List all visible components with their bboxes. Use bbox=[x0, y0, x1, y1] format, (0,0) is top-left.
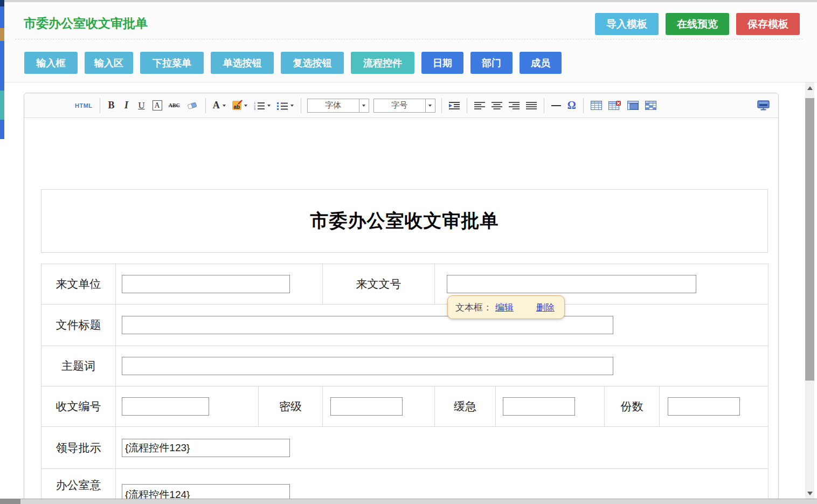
font-family-label: 字体 bbox=[308, 99, 359, 112]
keywords-input[interactable] bbox=[122, 357, 613, 375]
widget-input-box-button[interactable]: 输入框 bbox=[24, 52, 78, 74]
unordered-list-button[interactable] bbox=[275, 98, 296, 113]
italic-button[interactable]: I bbox=[120, 98, 133, 113]
toolbar-separator bbox=[205, 98, 206, 113]
insert-table-icon bbox=[591, 101, 602, 110]
control-tooltip: 文本框： 编辑 删除 bbox=[447, 295, 565, 319]
field-label: 缓急 bbox=[435, 386, 496, 427]
dashed-divider bbox=[15, 39, 803, 39]
select-arrow[interactable] bbox=[359, 99, 369, 112]
format-block-button[interactable]: A bbox=[150, 98, 164, 113]
table-row: 领导批示 {流程控件123} bbox=[41, 427, 768, 469]
field-label: 密级 bbox=[259, 386, 323, 427]
page-title: 市委办公室收文审批单 bbox=[24, 15, 148, 32]
copies-input[interactable] bbox=[668, 397, 740, 416]
font-color-icon: A bbox=[213, 100, 220, 111]
delete-table-icon bbox=[608, 101, 621, 110]
bold-button[interactable]: B bbox=[105, 98, 118, 113]
vertical-scrollbar[interactable] bbox=[805, 82, 814, 499]
field-label: 收文编号 bbox=[41, 386, 116, 427]
down-arrow-icon bbox=[807, 492, 813, 495]
indent-button[interactable] bbox=[447, 98, 462, 113]
delete-control-link[interactable]: 删除 bbox=[536, 301, 555, 314]
font-size-select[interactable]: 字号 bbox=[373, 99, 435, 113]
highlight-color-button[interactable]: ab bbox=[230, 98, 250, 113]
table-row: 来文单位 来文文号 bbox=[41, 264, 768, 305]
strikethrough-button[interactable]: ABC bbox=[167, 98, 182, 113]
leader-instruction-flow-control[interactable]: {流程控件123} bbox=[122, 439, 290, 457]
security-level-input[interactable] bbox=[330, 397, 403, 416]
remove-format-button[interactable] bbox=[184, 98, 200, 113]
document-title-cell[interactable]: 市委办公室收文审批单 bbox=[41, 189, 768, 253]
html-source-button[interactable]: HTML bbox=[73, 98, 95, 113]
field-label: 主题词 bbox=[41, 346, 116, 386]
save-template-button[interactable]: 保存模板 bbox=[736, 13, 800, 35]
align-left-button[interactable] bbox=[472, 98, 487, 113]
widget-dropdown-button[interactable]: 下拉菜单 bbox=[140, 52, 204, 74]
widget-flow-control-button[interactable]: 流程控件 bbox=[351, 52, 414, 74]
window-bottom-edge bbox=[0, 499, 817, 504]
table-row: 收文编号 密级 缓急 份数 bbox=[41, 386, 768, 427]
chevron-down-icon bbox=[290, 105, 294, 107]
align-justify-icon bbox=[526, 101, 537, 109]
table-row: 文件标题 bbox=[41, 305, 768, 346]
chevron-down-icon bbox=[267, 105, 271, 107]
edit-control-link[interactable]: 编辑 bbox=[495, 301, 514, 314]
toolbar-separator bbox=[441, 98, 442, 113]
font-size-label: 字号 bbox=[374, 99, 425, 112]
cell-properties-icon bbox=[645, 101, 656, 110]
ordered-list-icon: 1 2 3 bbox=[254, 101, 265, 110]
urgency-input[interactable] bbox=[503, 397, 575, 416]
incoming-unit-input[interactable] bbox=[122, 275, 290, 293]
widget-department-button[interactable]: 部门 bbox=[470, 52, 513, 74]
align-justify-button[interactable] bbox=[524, 98, 539, 113]
boxed-a-icon: A bbox=[153, 100, 162, 111]
align-right-button[interactable] bbox=[507, 98, 522, 113]
font-color-button[interactable]: A bbox=[211, 98, 228, 113]
table-properties-icon bbox=[627, 101, 639, 110]
field-label: 来文单位 bbox=[41, 264, 116, 305]
align-center-button[interactable] bbox=[489, 98, 504, 113]
fullscreen-button[interactable] bbox=[755, 98, 772, 113]
widget-date-button[interactable]: 日期 bbox=[421, 52, 463, 74]
editor-toolbar: HTML B I U A ABC A ab bbox=[24, 93, 778, 118]
unordered-list-icon bbox=[277, 101, 288, 110]
special-char-button[interactable]: Ω bbox=[565, 98, 578, 113]
fullscreen-monitor-icon bbox=[757, 100, 770, 111]
online-preview-button[interactable]: 在线预览 bbox=[666, 13, 729, 35]
field-label: 份数 bbox=[605, 386, 660, 427]
pencil-icon bbox=[238, 99, 243, 105]
select-arrow[interactable] bbox=[425, 99, 435, 112]
toolbar-separator bbox=[301, 98, 301, 113]
insert-table-button[interactable] bbox=[588, 98, 604, 113]
widget-checkbox-button[interactable]: 复选按钮 bbox=[281, 52, 344, 74]
italic-icon: I bbox=[124, 100, 128, 111]
import-template-button[interactable]: 导入模板 bbox=[595, 13, 659, 35]
widget-member-button[interactable]: 成员 bbox=[520, 52, 562, 74]
toolbar-separator bbox=[544, 98, 544, 113]
scroll-down-button[interactable] bbox=[805, 488, 814, 499]
document-title: 市委办公室收文审批单 bbox=[310, 209, 499, 233]
cell-properties-button[interactable] bbox=[643, 98, 659, 113]
font-family-select[interactable]: 字体 bbox=[307, 99, 369, 113]
widget-radio-button[interactable]: 单选按钮 bbox=[211, 52, 274, 74]
widget-textarea-button[interactable]: 输入区 bbox=[85, 52, 133, 74]
delete-table-button[interactable] bbox=[606, 98, 623, 113]
align-left-icon bbox=[474, 101, 485, 109]
table-properties-button[interactable] bbox=[625, 98, 641, 113]
scroll-up-button[interactable] bbox=[805, 82, 814, 93]
html-source-icon: HTML bbox=[75, 102, 93, 109]
omega-icon: Ω bbox=[567, 99, 576, 112]
incoming-doc-number-input[interactable] bbox=[447, 275, 696, 293]
underline-button[interactable]: U bbox=[135, 98, 148, 113]
widget-toolbar: 输入框 输入区 下拉菜单 单选按钮 复选按钮 流程控件 日期 部门 成员 bbox=[24, 52, 562, 74]
strikethrough-icon: ABC bbox=[169, 102, 180, 108]
ordered-list-button[interactable]: 1 2 3 bbox=[252, 98, 273, 113]
scrollbar-thumb[interactable] bbox=[805, 98, 814, 381]
receipt-number-input[interactable] bbox=[122, 397, 209, 416]
header-actions: 导入模板 在线预览 保存模板 bbox=[595, 13, 800, 35]
header: 市委办公室收文审批单 导入模板 在线预览 保存模板 输入框 输入区 下拉菜单 单… bbox=[4, 2, 817, 82]
bold-icon: B bbox=[108, 100, 115, 111]
horizontal-rule-button[interactable] bbox=[549, 98, 563, 113]
eraser-icon bbox=[186, 101, 198, 110]
